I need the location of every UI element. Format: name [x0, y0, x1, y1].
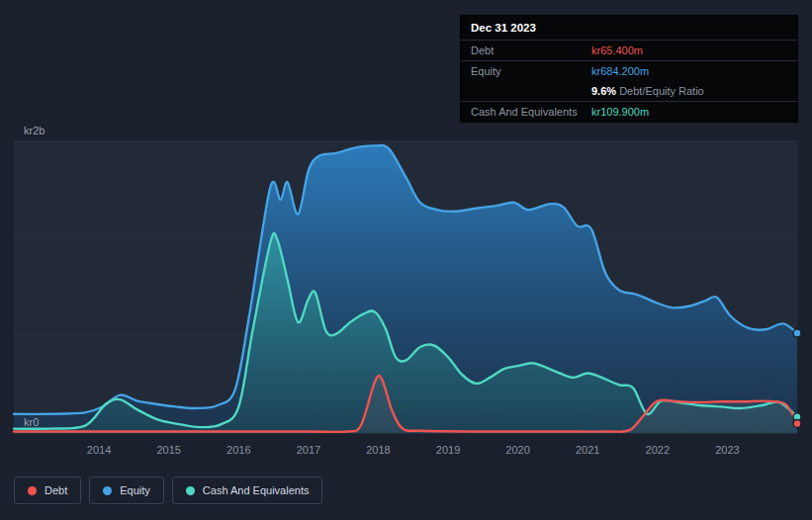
- debt-equity-history-chart-page: { "tooltip": { "date": "Dec 31 2023", "r…: [0, 0, 812, 520]
- debt-series-dot-icon: [28, 486, 37, 495]
- equity-label: Equity: [471, 64, 591, 78]
- debt-equity-ratio-value: 9.6%: [591, 85, 616, 97]
- legend-item-cash[interactable]: Cash And Equivalents: [172, 477, 323, 504]
- svg-text:2022: 2022: [646, 444, 670, 456]
- svg-text:2016: 2016: [226, 444, 250, 456]
- legend-debt-label: Debt: [45, 484, 67, 496]
- svg-text:2018: 2018: [366, 444, 390, 456]
- tooltip-cash-row: Cash And Equivalents kr109.900m: [461, 102, 797, 122]
- cash-label: Cash And Equivalents: [471, 105, 591, 119]
- svg-text:2017: 2017: [297, 444, 320, 456]
- cash-value: kr109.900m: [591, 105, 787, 119]
- tooltip-debt-row: Debt kr65.400m: [461, 41, 797, 61]
- chart-legend: Debt Equity Cash And Equivalents: [14, 477, 322, 504]
- svg-text:2021: 2021: [576, 444, 599, 456]
- debt-label: Debt: [471, 43, 591, 57]
- legend-cash-label: Cash And Equivalents: [203, 484, 310, 496]
- svg-text:2023: 2023: [715, 444, 739, 456]
- debt-equity-ratio-label: Debt/Equity Ratio: [619, 85, 704, 97]
- svg-text:2019: 2019: [436, 444, 460, 456]
- chart-tooltip: Dec 31 2023 Debt kr65.400m Equity kr684.…: [461, 16, 797, 122]
- svg-text:2020: 2020: [505, 444, 529, 456]
- svg-text:2014: 2014: [87, 444, 111, 456]
- svg-text:kr0: kr0: [24, 416, 39, 428]
- debt-value: kr65.400m: [591, 43, 787, 57]
- tooltip-ratio-row: 9.6% Debt/Equity Ratio: [461, 81, 797, 102]
- equity-value: kr684.200m: [591, 64, 787, 78]
- cash-series-dot-icon: [186, 486, 195, 495]
- tooltip-date: Dec 31 2023: [461, 16, 797, 41]
- legend-equity-label: Equity: [120, 484, 150, 496]
- svg-text:kr2b: kr2b: [24, 125, 45, 136]
- svg-text:2015: 2015: [156, 444, 180, 456]
- legend-item-debt[interactable]: Debt: [14, 477, 81, 504]
- legend-item-equity[interactable]: Equity: [89, 477, 164, 504]
- equity-series-dot-icon: [103, 486, 112, 495]
- tooltip-equity-row: Equity kr684.200m: [461, 61, 797, 81]
